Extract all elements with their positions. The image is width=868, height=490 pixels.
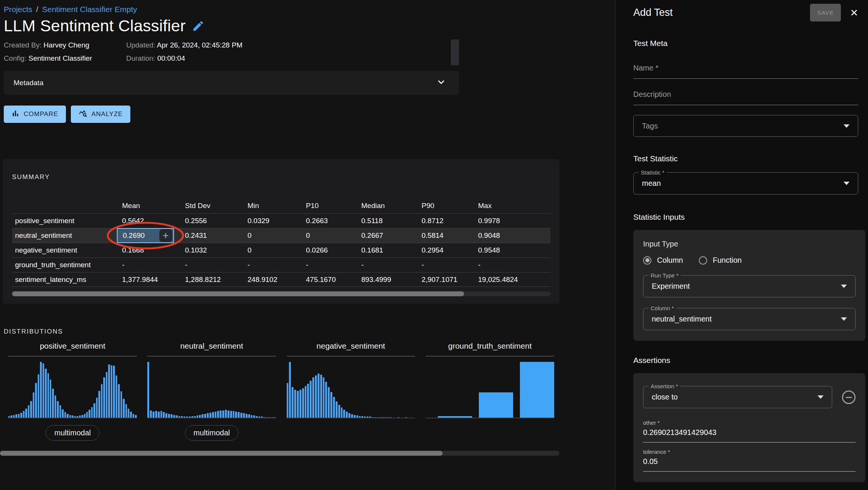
histogram-bar [256,416,258,418]
run-type-select-label: Run Type * [648,272,681,279]
histogram-bar [199,415,201,418]
edit-title-icon[interactable] [192,20,205,32]
description-field[interactable]: Description [633,90,858,105]
breadcrumb-link-run[interactable]: Sentiment Classifier Empty [42,5,137,14]
tags-select[interactable]: Tags [633,115,858,137]
header-cell: Mean [122,202,185,210]
cell: - [248,261,306,269]
histogram-bar [15,414,17,418]
summary-table: MeanStd DevMinP10MedianP90Max positive_s… [12,198,550,287]
cell: 0.5814 [422,231,478,240]
histogram-bar [160,411,162,418]
radio-unselected-icon[interactable] [699,256,707,265]
histogram-bar [163,412,165,418]
column-select[interactable]: Column * neutral_sentiment [643,308,856,330]
histogram-bar [106,372,107,418]
radio-function[interactable]: Function [699,256,742,265]
header-cell: Std Dev [185,202,248,210]
histogram-bar [238,412,240,418]
main-content: Projects / Sentiment Classifier Empty LL… [0,0,615,490]
panel-title: Add Test [633,7,810,18]
chevron-down-icon[interactable] [436,77,446,89]
chart-neutral-sentiment: neutral_sentiment multimodal [142,341,281,447]
statistic-select[interactable]: Statistic * mean [633,172,858,194]
test-statistic-heading: Test Statistic [633,154,858,163]
histogram-bar [176,415,178,418]
metadata-accordion[interactable]: Metadata [4,71,459,95]
multimodal-badge: multimodal [185,425,239,441]
histogram-bar [305,386,307,418]
histogram-bar [348,413,350,418]
breadcrumb-separator: / [36,5,38,14]
histogram-bar [168,414,170,418]
caret-down-icon [844,124,850,128]
histogram-positive-sentiment [8,362,137,418]
table-horizontal-scrollbar-track[interactable] [12,291,550,296]
histogram-bar [261,416,263,418]
page-horizontal-scrollbar-thumb[interactable] [0,451,443,456]
chart-title: neutral_sentiment [147,341,276,351]
histogram-bar [266,417,268,418]
histogram-bar [233,411,235,418]
histogram-neutral-sentiment [147,362,276,418]
histogram-bar [57,401,58,418]
histogram-bar [125,404,127,418]
remove-assertion-icon[interactable] [842,390,856,404]
histogram-bar [379,417,381,418]
radio-selected-icon[interactable] [643,256,651,265]
distributions-section-label: DISTRIBUTIONS [4,328,615,335]
histogram-negative-sentiment [287,362,415,418]
histogram-bar [230,411,232,418]
histogram-bar [25,409,27,418]
histogram-bar [52,389,53,418]
radio-column[interactable]: Column [643,256,683,265]
histogram-bar [45,369,46,418]
compare-button[interactable]: COMPARE [4,106,66,123]
run-type-select[interactable]: Run Type * Experiment [643,275,856,297]
duration-label: Duration: [126,54,155,62]
tags-placeholder: Tags [642,122,658,130]
header-cell: Max [478,202,550,210]
histogram-bar [217,411,219,418]
cell: - [122,261,185,269]
add-to-test-plus-button[interactable]: + [159,229,172,242]
histogram-bar [328,387,330,418]
histogram-bar [289,362,291,418]
name-field[interactable]: Name * [633,64,858,79]
query-stats-icon [78,109,87,120]
analyze-button[interactable]: ANALYZE [71,106,130,123]
page-horizontal-scrollbar-track[interactable] [0,451,559,456]
other-input[interactable]: 0.2690213491429043 [643,428,856,443]
histogram-bar [312,377,314,418]
histogram-bar [155,411,157,418]
meta-vertical-scrollbar[interactable] [451,40,459,65]
config-label: Config: [4,54,26,62]
cell: 0.2667 [361,231,422,240]
histogram-bar [8,416,10,418]
cell: 0.0266 [306,246,361,254]
histogram-bar [438,416,472,418]
histogram-bar [103,377,105,418]
histogram-bar [43,363,44,418]
caret-down-icon [841,317,847,321]
histogram-bar [96,398,98,418]
tolerance-input[interactable]: 0.05 [643,457,856,472]
save-button[interactable]: SAVE [810,4,841,21]
histogram-bar [202,414,203,418]
caret-down-icon [841,285,847,288]
statistic-inputs-heading: Statistic Inputs [633,213,858,222]
table-horizontal-scrollbar-thumb[interactable] [12,291,464,296]
cell: 0.1032 [185,246,248,254]
test-meta-heading: Test Meta [633,39,858,48]
selected-value-chip[interactable]: 0.2690+ [117,228,174,243]
histogram-bar [76,416,78,418]
histogram-bar [191,416,193,418]
histogram-bar [251,415,253,418]
close-icon[interactable]: ✕ [850,8,858,18]
histogram-bar [91,407,93,418]
assertion-select[interactable]: Assertion * close to [643,386,832,408]
breadcrumb-link-projects[interactable]: Projects [4,5,32,14]
summary-body: positive_sentiment0.56420.25560.03290.26… [12,213,550,287]
row-label: negative_sentiment [12,246,122,254]
histogram-bar [333,397,335,418]
